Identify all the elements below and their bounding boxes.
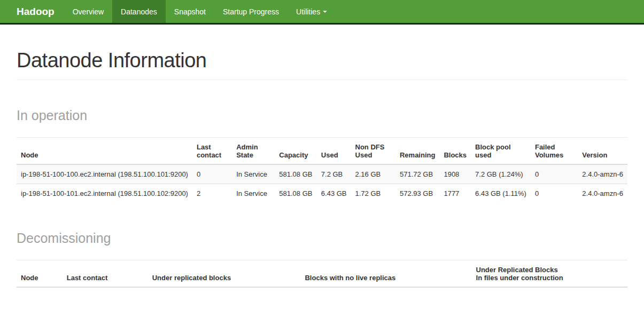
navbar-menu: Overview Datanodes Snapshot Startup Prog… (64, 0, 336, 23)
nav-item-utilities[interactable]: Utilities (288, 0, 336, 23)
col-header-version: Version (578, 138, 627, 165)
col-header-failed-volumes: Failed Volumes (531, 138, 578, 165)
col-header-last-contact: Last contact (63, 260, 148, 288)
in-operation-header-row: Node Last contact Admin State Capacity U… (17, 138, 627, 165)
nav-item-datanodes[interactable]: Datanodes (112, 0, 166, 23)
col-header-under-replicated-construction: Under Replicated Blocks In files under c… (472, 260, 627, 288)
cell-used: 6.43 GB (317, 184, 351, 203)
brand-hadoop[interactable]: Hadoop (0, 0, 64, 23)
col-header-capacity: Capacity (275, 138, 317, 165)
cell-capacity: 581.08 GB (275, 184, 317, 203)
col-header-blocks: Blocks (439, 138, 471, 165)
cell-node: ip-198-51-100-101.ec2.internal (198.51.1… (17, 184, 192, 203)
cell-blocks: 1777 (439, 184, 471, 203)
nav-item-snapshot[interactable]: Snapshot (166, 0, 214, 23)
cell-admin-state: In Service (232, 184, 275, 203)
cell-remaining: 571.72 GB (395, 164, 439, 184)
cell-failed-volumes: 0 (531, 164, 578, 184)
top-navbar: Hadoop Overview Datanodes Snapshot Start… (0, 0, 644, 25)
col-header-block-pool-used: Block pool used (471, 138, 531, 165)
col-header-node: Node (17, 138, 192, 165)
cell-remaining: 572.93 GB (395, 184, 439, 203)
col-header-under-replicated-blocks: Under replicated blocks (148, 260, 301, 288)
nav-item-utilities-label: Utilities (296, 7, 320, 16)
col-header-used: Used (317, 138, 351, 165)
caret-down-icon (323, 11, 327, 13)
cell-non-dfs-used: 1.72 GB (351, 184, 395, 203)
main-content: Datanode Information In operation Node L… (0, 49, 644, 288)
cell-last-contact: 2 (192, 184, 232, 203)
in-operation-table: Node Last contact Admin State Capacity U… (17, 137, 627, 203)
cell-block-pool-used: 6.43 GB (1.11%) (471, 184, 531, 203)
col-header-remaining: Remaining (395, 138, 439, 165)
nav-item-startup-progress[interactable]: Startup Progress (214, 0, 288, 23)
col-header-blocks-no-live-replicas: Blocks with no live replicas (300, 260, 471, 288)
col-header-non-dfs-used: Non DFS Used (351, 138, 395, 165)
col-header-last-contact: Last contact (192, 138, 232, 165)
cell-last-contact: 0 (192, 164, 232, 184)
cell-admin-state: In Service (232, 164, 275, 184)
decommissioning-header-row: Node Last contact Under replicated block… (17, 260, 627, 288)
section-heading-in-operation: In operation (17, 108, 627, 123)
cell-node: ip-198-51-100-100.ec2.internal (198.51.1… (17, 164, 192, 184)
section-heading-decommissioning: Decomissioning (17, 231, 627, 246)
table-row: ip-198-51-100-101.ec2.internal (198.51.1… (17, 184, 627, 203)
cell-version: 2.4.0-amzn-6 (578, 184, 627, 203)
page-title: Datanode Information (17, 49, 627, 80)
col-header-admin-state: Admin State (232, 138, 275, 165)
cell-blocks: 1908 (439, 164, 471, 184)
cell-non-dfs-used: 2.16 GB (351, 164, 395, 184)
table-row: ip-198-51-100-100.ec2.internal (198.51.1… (17, 164, 627, 184)
cell-block-pool-used: 7.2 GB (1.24%) (471, 164, 531, 184)
nav-item-overview[interactable]: Overview (64, 0, 112, 23)
cell-failed-volumes: 0 (531, 184, 578, 203)
col-header-node: Node (17, 260, 63, 288)
cell-version: 2.4.0-amzn-6 (578, 164, 627, 184)
cell-capacity: 581.08 GB (275, 164, 317, 184)
cell-used: 7.2 GB (317, 164, 351, 184)
decommissioning-table: Node Last contact Under replicated block… (17, 260, 627, 288)
